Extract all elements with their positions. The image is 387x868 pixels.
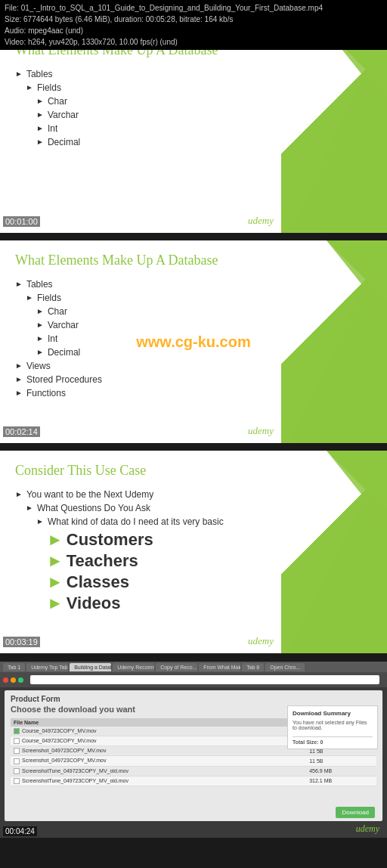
info-line3: Audio: mpeg4aac (und) [5, 25, 382, 36]
table-row[interactable]: ScreenshotTune_049723COPY_MV_old.mov 312… [11, 776, 376, 786]
slide-1-bullets: ► Tables ► Fields ► Char ► Varchar ► Int… [15, 69, 372, 147]
timestamp-3: 00:03:19 [3, 637, 40, 647]
arrow-icon: ► [26, 83, 33, 91]
big-bullet-classes: ► Classes [47, 572, 372, 592]
info-line2: Size: 6774644 bytes (6.46 MiB), duration… [5, 14, 382, 25]
browser-tab-2[interactable]: Udemy Top Tab [26, 663, 68, 671]
list-item: ► Stored Procedures [15, 374, 372, 385]
download-button[interactable]: Download [336, 807, 375, 818]
big-arrow-icon: ► [47, 551, 63, 571]
arrow-icon: ► [36, 307, 44, 315]
arrow-icon: ► [26, 504, 33, 512]
arrow-icon: ► [36, 138, 44, 146]
list-item: ► Char [15, 306, 372, 317]
list-item: ► Varchar [15, 110, 372, 120]
browser-tabs[interactable]: Tab 1 Udemy Top Tab Building a Datab... … [0, 662, 387, 672]
browser-tab-4[interactable]: Udemy Recomm... [113, 663, 154, 671]
info-line1: File: 01_-_Intro_to_SQL_a_101_Guide_to_D… [5, 2, 382, 14]
arrow-icon: ► [36, 334, 44, 343]
arrow-icon: ► [15, 280, 23, 288]
list-item: ► Char [15, 96, 372, 107]
download-summary-box: Download Summary You have not selected a… [287, 705, 378, 749]
arrow-icon: ► [36, 321, 44, 329]
address-bar[interactable] [30, 675, 379, 684]
arrow-icon: ► [36, 97, 44, 105]
list-item: ► Tables [15, 279, 372, 290]
list-item: ► Fields [15, 82, 372, 93]
summary-note: You have not selected any Files to downl… [293, 720, 373, 730]
big-bullet-teachers: ► Teachers [47, 551, 372, 571]
list-item: ► Views [15, 361, 372, 371]
arrow-icon: ► [36, 348, 44, 356]
browser-body: Product Form Choose the download you wan… [5, 690, 382, 821]
slide-3-bullets-normal: ► You want to be the Next Udemy ► What Q… [15, 489, 372, 527]
minimize-dot [11, 677, 16, 683]
slide-2: What Elements Make Up A Database ► Table… [0, 240, 387, 443]
slide-1: What Elements Make Up A Database ► Table… [0, 30, 387, 233]
info-bar: File: 01_-_Intro_to_SQL_a_101_Guide_to_D… [0, 0, 387, 50]
list-item: ► Tables [15, 69, 372, 79]
big-bullets-container: ► Customers ► Teachers ► Classes ► Video… [15, 530, 372, 613]
arrow-icon: ► [15, 375, 23, 383]
arrow-icon: ► [36, 124, 44, 132]
list-item: ► Varchar [15, 320, 372, 330]
bottom-browser-area: Tab 1 Udemy Top Tab Building a Datab... … [0, 662, 387, 838]
big-bullet-videos: ► Videos [47, 594, 372, 613]
arrow-icon: ► [15, 389, 23, 397]
list-item: ► Decimal [15, 137, 372, 147]
info-line4: Video: h264, yuv420p, 1330x720, 10.00 fp… [5, 36, 382, 48]
list-item: ► Functions [15, 388, 372, 398]
browser-topbar [0, 672, 387, 687]
browser-tab-7[interactable]: Tab 8 [242, 663, 264, 671]
list-item: ► What kind of data do I need at its ver… [15, 516, 372, 527]
bottom-udemy-logo: udemy [356, 823, 379, 835]
big-arrow-icon: ► [47, 594, 63, 613]
slide-2-bullets: ► Tables ► Fields ► Char ► Varchar ► Int… [15, 279, 372, 398]
arrow-icon: ► [36, 110, 44, 119]
arrow-icon: ► [15, 490, 23, 498]
summary-title: Download Summary [293, 710, 373, 717]
table-header-name: File Name [11, 718, 306, 727]
browser-tab-6[interactable]: From What Mak... [199, 663, 240, 671]
big-bullet-customers: ► Customers [47, 530, 372, 550]
list-item: ► Decimal [15, 347, 372, 358]
browser-tab-3-active[interactable]: Building a Datab... [70, 663, 111, 671]
udemy-logo-2: udemy [248, 425, 274, 437]
total-size: Total Size: 0 [293, 736, 373, 745]
big-arrow-icon: ► [47, 530, 63, 550]
browser-tab-5[interactable]: Copy of Reco... [156, 663, 197, 671]
arrow-icon: ► [36, 517, 44, 525]
slide-3-title: Consider This Use Case [15, 463, 372, 479]
table-row[interactable]: ScreenshotTune_049723COPY_MV_old.mov 456… [11, 766, 376, 776]
arrow-icon: ► [15, 361, 23, 370]
browser-frame: Tab 1 Udemy Top Tab Building a Datab... … [0, 662, 387, 838]
browser-tab-8[interactable]: Open Chro... [265, 663, 305, 671]
page-title: Product Form [11, 695, 376, 703]
list-item: ► You want to be the Next Udemy [15, 489, 372, 500]
list-item: ► What Questions Do You Ask [15, 503, 372, 513]
slide-2-title: What Elements Make Up A Database [15, 253, 372, 268]
big-arrow-icon: ► [47, 572, 63, 592]
timestamp-1: 00:01:00 [3, 216, 40, 227]
list-item: ► Int [15, 333, 372, 344]
close-dot [3, 677, 8, 683]
timestamp-2: 00:02:14 [3, 426, 40, 437]
list-item: ► Int [15, 123, 372, 134]
list-item: ► Fields [15, 293, 372, 303]
slide-3: Consider This Use Case ► You want to be … [0, 451, 387, 653]
maximize-dot [18, 677, 23, 683]
table-row[interactable]: Screenshot_049723COPY_MV.mov 11 5B [11, 756, 376, 766]
udemy-logo-3: udemy [248, 635, 274, 647]
udemy-logo-1: udemy [248, 215, 274, 227]
bottom-timestamp: 00:04:24 [3, 826, 37, 836]
arrow-icon: ► [15, 70, 23, 78]
browser-tab-1[interactable]: Tab 1 [3, 663, 25, 671]
arrow-icon: ► [26, 293, 33, 302]
